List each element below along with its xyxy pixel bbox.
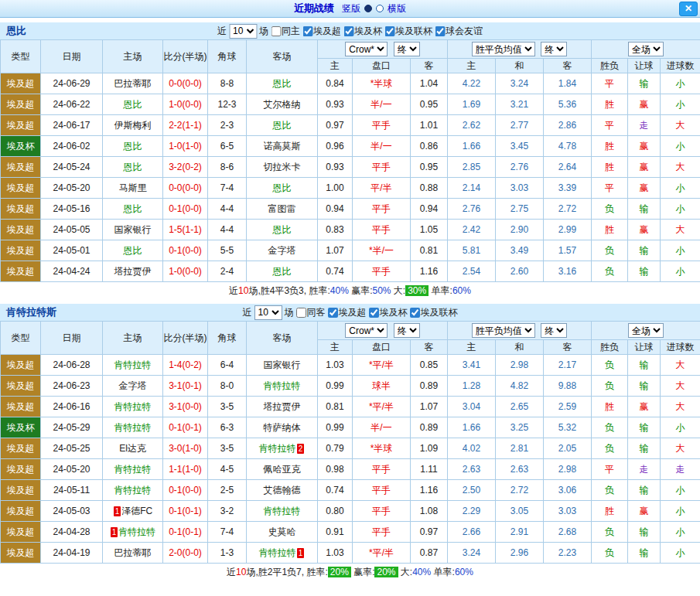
avg-source-select[interactable]: 胜平负均值 xyxy=(472,42,535,56)
league-filter-option[interactable]: 球会友谊 xyxy=(435,25,483,38)
avg-home-cell: 1.28 xyxy=(448,376,496,397)
col-home: 主场 xyxy=(103,322,163,355)
league-filter-option[interactable]: 埃及杯 xyxy=(369,306,408,319)
league-filter-option[interactable]: 埃及杯 xyxy=(343,25,382,38)
goals-result-cell: 小 xyxy=(661,94,700,115)
league-filter-option[interactable]: 埃及联杯 xyxy=(384,25,432,38)
corner-cell: 7-4 xyxy=(208,178,247,199)
result-cell: 平 xyxy=(592,115,628,136)
league-filter-option[interactable]: 埃及超 xyxy=(328,306,367,319)
league-checkbox[interactable] xyxy=(435,26,445,36)
odds-home-cell: 1.03 xyxy=(318,355,353,376)
odds-home-cell: 0.94 xyxy=(318,199,353,220)
goals-result-cell: 小 xyxy=(661,480,700,501)
team-name-text: 佩哈亚克 xyxy=(264,464,301,475)
match-row: 埃及超24-06-29巴拉蒂耶0-0(0-0)8-8恩比0.84*半球1.044… xyxy=(1,73,700,94)
league-cell: 埃及超 xyxy=(1,157,41,178)
avg-draw-cell: 2.91 xyxy=(496,522,544,543)
scope-select[interactable]: 全场 xyxy=(628,42,664,56)
away-team-cell: 诺高莫斯 xyxy=(247,136,318,157)
portrait-radio[interactable] xyxy=(364,5,372,12)
team-name-text: 金字塔 xyxy=(268,245,296,256)
league-filter-option[interactable]: 埃及超 xyxy=(302,25,341,38)
col-goals-result: 进球数 xyxy=(661,59,700,73)
scope-select[interactable]: 全场 xyxy=(628,323,664,338)
team-name-text: 巴拉蒂耶 xyxy=(114,78,152,89)
away-team-cell: 艾尔格纳 xyxy=(247,94,318,115)
recent-count-select[interactable]: 10 xyxy=(229,24,257,39)
corner-cell: 4-4 xyxy=(208,199,247,220)
same-venue-checkbox[interactable] xyxy=(271,26,281,36)
avg-home-cell: 2.29 xyxy=(448,501,496,522)
record-summary: 近10场,胜2平1负7, 胜率:20% 赢率:20% 大:40% 单率:60% xyxy=(0,564,700,581)
avg-home-cell: 2.14 xyxy=(448,178,496,199)
same-venue-checkbox[interactable] xyxy=(296,308,306,318)
date-cell: 24-06-23 xyxy=(41,376,103,397)
date-cell: 24-05-24 xyxy=(41,157,103,178)
league-checkbox[interactable] xyxy=(384,26,394,36)
avg-away-cell: 2.64 xyxy=(544,157,592,178)
corner-cell: 5-5 xyxy=(208,240,247,261)
goals-result-cell: 小 xyxy=(661,199,700,220)
corner-cell: 2-5 xyxy=(208,480,247,501)
league-checkbox[interactable] xyxy=(328,308,338,318)
odds-final-select[interactable]: 终 xyxy=(394,323,420,338)
recent-count-select[interactable]: 10 xyxy=(254,305,282,320)
odds-source-select[interactable]: Crow* xyxy=(345,42,388,56)
home-team-cell: 恩比 xyxy=(103,94,163,115)
odds-away-cell: 0.89 xyxy=(411,417,448,438)
league-checkbox[interactable] xyxy=(369,308,379,318)
handicap-result-cell: 输 xyxy=(628,522,661,543)
avg-final-select[interactable]: 终 xyxy=(541,42,567,56)
league-checkbox[interactable] xyxy=(343,26,353,36)
odds-away-cell: 0.94 xyxy=(411,199,448,220)
landscape-radio[interactable] xyxy=(376,5,384,12)
score-cell: 1-0(0-0) xyxy=(163,94,208,115)
date-cell: 24-05-11 xyxy=(41,480,103,501)
score-cell: 1-0(0-0) xyxy=(163,261,208,282)
avg-final-select[interactable]: 终 xyxy=(541,323,567,338)
col-corner: 角球 xyxy=(208,40,247,73)
away-team-cell: 艾德翰德 xyxy=(247,480,318,501)
handicap-result-cell: 输 xyxy=(628,73,661,94)
avg-away-cell: 5.36 xyxy=(544,94,592,115)
odds-final-select[interactable]: 终 xyxy=(394,42,420,56)
avg-home-cell: 2.54 xyxy=(448,261,496,282)
rank-badge: 2 xyxy=(297,444,305,454)
result-cell: 胜 xyxy=(592,397,628,417)
home-team-cell: 肯特拉特 xyxy=(103,459,163,480)
league-filter-option[interactable]: 埃及联杯 xyxy=(410,306,458,319)
league-cell: 埃及超 xyxy=(1,522,41,543)
home-team-cell: 恩比 xyxy=(103,199,163,220)
handicap-cell: 平手 xyxy=(353,115,411,136)
avg-home-cell: 1.66 xyxy=(448,417,496,438)
handicap-result-cell: 赢 xyxy=(628,94,661,115)
page-title: 近期战绩 xyxy=(294,2,334,15)
odds-away-cell: 0.97 xyxy=(411,522,448,543)
away-team-cell: 肯特拉特2 xyxy=(247,438,318,459)
avg-home-cell: 1.69 xyxy=(448,94,496,115)
summary-segment: 40% xyxy=(330,285,349,296)
away-team-cell: 恩比 xyxy=(247,178,318,199)
away-team-cell: 金字塔 xyxy=(247,240,318,261)
corner-cell: 8-8 xyxy=(208,73,247,94)
result-cell: 负 xyxy=(592,240,628,261)
team-name-text: 肯特拉特 xyxy=(259,443,296,454)
filter-bar: 近 10 场 同主 埃及超 埃及杯 埃及联杯 球会友谊 xyxy=(217,24,483,39)
league-checkbox[interactable] xyxy=(302,26,312,36)
team-name-text: 肯特拉特 xyxy=(264,380,301,391)
league-checkbox[interactable] xyxy=(410,308,420,318)
rank-badge: 1 xyxy=(111,527,118,537)
col-handicap: 盘口 xyxy=(353,59,411,73)
odds-home-cell: 0.74 xyxy=(318,261,353,282)
odds-source-select[interactable]: Crow* xyxy=(345,323,388,338)
same-venue-option[interactable]: 同客 xyxy=(296,306,326,319)
handicap-cell: *半球 xyxy=(353,438,411,459)
team-name-text: 肯特拉特 xyxy=(114,401,152,412)
goals-result-cell: 小 xyxy=(661,417,700,438)
same-venue-option[interactable]: 同主 xyxy=(271,25,300,38)
close-button[interactable]: ✕ xyxy=(679,2,698,16)
handicap-cell: 平手 xyxy=(353,480,411,501)
date-cell: 24-05-20 xyxy=(41,459,103,480)
avg-source-select[interactable]: 胜平负均值 xyxy=(472,323,535,338)
